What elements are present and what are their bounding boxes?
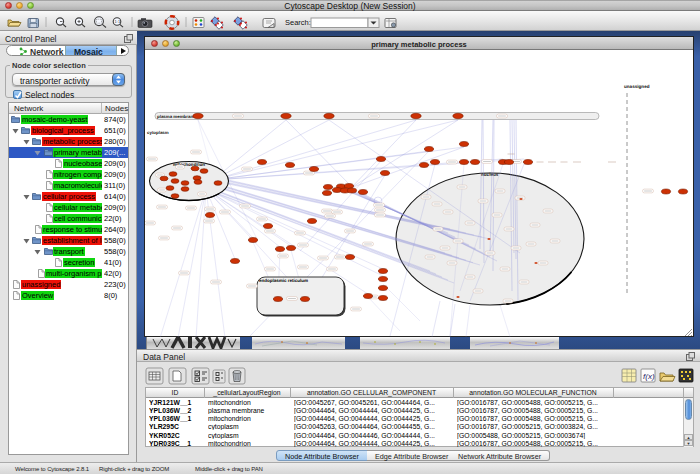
svg-text:nucleus: nucleus <box>481 172 499 177</box>
svg-text:unassigned: unassigned <box>624 84 650 89</box>
svg-text:cytoplasm: cytoplasm <box>147 130 169 135</box>
svg-text:endoplasmic reticulum: endoplasmic reticulum <box>259 278 308 283</box>
svg-text:plasma membrane: plasma membrane <box>157 114 196 119</box>
svg-text:f(x): f(x) <box>643 372 655 381</box>
svg-text:Search:: Search: <box>285 17 311 26</box>
svg-text:1:1: 1:1 <box>115 19 121 24</box>
